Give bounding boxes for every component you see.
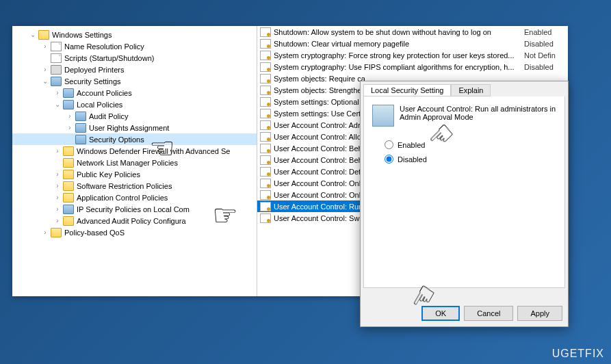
expand-icon[interactable]: ›	[52, 89, 63, 96]
policy-item-icon	[260, 202, 271, 211]
tree-item-label: Security Settings	[64, 77, 121, 86]
expand-icon[interactable]: ›	[52, 205, 63, 213]
policy-item-icon	[260, 190, 271, 200]
policy-item-icon	[260, 97, 271, 107]
tab-explain[interactable]: Explain	[451, 84, 491, 96]
folder-shield-icon	[63, 88, 74, 98]
expand-icon[interactable]: ›	[64, 112, 75, 120]
policy-item-icon	[260, 167, 271, 177]
dialog-title: User Account Control: Run all administra…	[400, 105, 556, 121]
folder-shield-icon	[63, 205, 74, 214]
tree-item[interactable]: ›Policy-based QoS	[12, 226, 257, 238]
folder-shield-icon	[75, 123, 86, 133]
tree-item-label: Application Control Policies	[77, 194, 168, 202]
tree-item-label: Local Policies	[77, 101, 122, 109]
tree-item[interactable]: ⌄Local Policies	[12, 99, 257, 110]
tree-item[interactable]: Scripts (Startup/Shutdown)	[12, 52, 257, 64]
expand-icon[interactable]: ›	[64, 124, 75, 131]
folder-shield-icon	[75, 112, 86, 121]
tree-item[interactable]: ⌄Windows Settings	[12, 29, 257, 40]
tree-item-label: Windows Defender Firewall with Advanced …	[77, 147, 230, 155]
expand-icon[interactable]: ›	[52, 217, 63, 224]
policy-item-icon	[260, 74, 271, 83]
tree-item[interactable]: ›Application Control Policies	[12, 192, 257, 203]
watermark: UGETFIX	[552, 348, 604, 360]
tree-item-label: Software Restriction Policies	[77, 182, 172, 190]
tree-item[interactable]: ›Name Resolution Policy	[12, 40, 257, 52]
radio-disabled-input[interactable]	[385, 155, 393, 164]
policy-item-icon	[260, 86, 271, 95]
policy-item-icon	[260, 132, 271, 142]
tree-item-label: Scripts (Startup/Shutdown)	[64, 54, 154, 62]
tree-item[interactable]: Security Options	[12, 133, 257, 145]
tree-item-label: Name Resolution Policy	[64, 42, 144, 51]
tree-item[interactable]: Network List Manager Policies	[12, 157, 257, 168]
list-item[interactable]: Shutdown: Allow system to be shut down w…	[257, 26, 568, 38]
expand-icon[interactable]: ›	[52, 147, 63, 155]
tree-item-label: User Rights Assignment	[89, 124, 169, 132]
expand-icon[interactable]: ›	[52, 194, 63, 201]
tree-item-label: Network List Manager Policies	[77, 159, 178, 167]
expand-icon[interactable]: ›	[40, 229, 51, 236]
policy-icon	[372, 105, 394, 127]
folder-icon	[51, 228, 62, 237]
doc-icon	[51, 53, 62, 63]
radio-enabled-input[interactable]	[385, 140, 393, 149]
expand-icon[interactable]: ›	[40, 42, 51, 50]
apply-button[interactable]: Apply	[517, 306, 562, 321]
tab-local-security[interactable]: Local Security Setting	[363, 84, 451, 96]
tree-item[interactable]: ›IP Security Policies on Local Com	[12, 203, 257, 215]
expand-icon[interactable]: ›	[52, 170, 63, 178]
list-item-status: Enabled	[524, 28, 565, 36]
list-item-name: System cryptography: Use FIPS compliant …	[274, 63, 524, 71]
tree-item[interactable]: ›Windows Defender Firewall with Advanced…	[12, 145, 257, 157]
list-item[interactable]: Shutdown: Clear virtual memory pagefileD…	[257, 38, 568, 49]
list-item[interactable]: System cryptography: Force strong key pr…	[257, 49, 568, 61]
folder-icon	[63, 181, 74, 191]
tree-item[interactable]: ›Account Policies	[12, 87, 257, 99]
ok-button[interactable]: OK	[421, 306, 460, 321]
expand-icon[interactable]: ›	[40, 66, 51, 73]
radio-enabled[interactable]: Enabled	[385, 140, 556, 149]
policy-item-icon	[260, 109, 271, 118]
tree-item[interactable]: ›Advanced Audit Policy Configura	[12, 215, 257, 226]
folder-icon	[63, 170, 74, 179]
folder-shield-icon	[75, 135, 86, 144]
radio-disabled[interactable]: Disabled	[385, 155, 556, 164]
folder-icon	[63, 193, 74, 203]
folder-icon	[63, 146, 74, 156]
folder-shield-icon	[63, 100, 74, 109]
tree-item-label: Advanced Audit Policy Configura	[77, 217, 186, 225]
doc-icon	[51, 42, 62, 51]
radio-disabled-label: Disabled	[398, 155, 427, 164]
list-item-status: Not Defin	[524, 51, 565, 60]
folder-shield-icon	[51, 77, 62, 86]
tree-item-label: Policy-based QoS	[64, 229, 125, 237]
dialog-tabs: Local Security Setting Explain	[361, 81, 568, 96]
radio-group: Enabled Disabled	[385, 140, 556, 164]
tree-panel[interactable]: ⌄Windows Settings›Name Resolution Policy…	[12, 26, 257, 296]
tree-item[interactable]: ›Public Key Policies	[12, 168, 257, 180]
collapse-icon[interactable]: ⌄	[27, 31, 38, 38]
collapse-icon[interactable]: ⌄	[52, 101, 63, 108]
folder-icon	[63, 216, 74, 226]
expand-icon[interactable]: ›	[52, 182, 63, 190]
policy-item-icon	[260, 144, 271, 153]
tree-item[interactable]: ›User Rights Assignment	[12, 122, 257, 133]
tree-item-label: Security Options	[89, 135, 144, 144]
policy-item-icon	[260, 51, 271, 60]
list-item-status: Disabled	[524, 63, 565, 71]
cancel-button[interactable]: Cancel	[464, 306, 513, 321]
list-item[interactable]: System cryptography: Use FIPS compliant …	[257, 61, 568, 73]
tree-item-label: Deployed Printers	[64, 66, 124, 74]
folder-icon	[38, 30, 49, 40]
tree-item[interactable]: ›Software Restriction Policies	[12, 180, 257, 192]
tree-item-label: IP Security Policies on Local Com	[77, 205, 190, 213]
tree-item[interactable]: ⌄Security Settings	[12, 75, 257, 87]
tab-body: User Account Control: Run all administra…	[363, 96, 565, 288]
collapse-icon[interactable]: ⌄	[40, 77, 51, 85]
tree-item[interactable]: ›Audit Policy	[12, 110, 257, 122]
printer-icon	[51, 65, 62, 75]
tree-item[interactable]: ›Deployed Printers	[12, 64, 257, 75]
tree-item-label: Audit Policy	[89, 112, 128, 120]
